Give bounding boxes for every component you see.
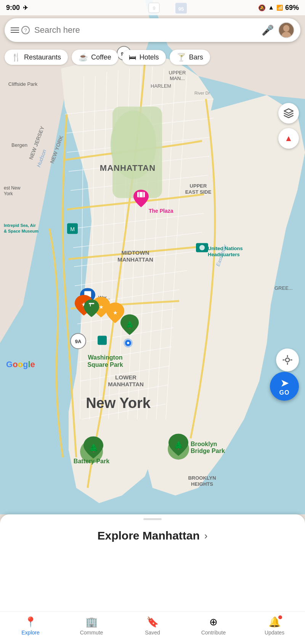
help-icon[interactable]: ? xyxy=(21,26,30,34)
nav-explore[interactable]: 📍 Explore xyxy=(0,616,61,636)
svg-text:UPPER: UPPER xyxy=(169,70,186,75)
signal-icon: 📶 xyxy=(276,5,283,11)
commute-icon: 🏢 xyxy=(85,616,98,628)
svg-text:EAST SIDE: EAST SIDE xyxy=(185,189,212,195)
bottom-sheet: Explore Manhattan › xyxy=(0,514,305,621)
svg-text:Bridge Park: Bridge Park xyxy=(191,448,225,454)
contribute-icon: ⊕ xyxy=(209,616,218,628)
map-area[interactable]: 9A 9A 95 9 Hudson East River MANHATTAN M… xyxy=(0,0,305,514)
svg-point-99 xyxy=(286,358,289,362)
restaurants-icon: 🍴 xyxy=(11,53,21,62)
svg-text:The Plaza: The Plaza xyxy=(149,208,173,214)
svg-text:MAN...: MAN... xyxy=(170,75,185,81)
svg-text:HEIGHTS: HEIGHTS xyxy=(191,481,213,487)
svg-text:est New: est New xyxy=(4,185,21,191)
compass-button[interactable]: ▲ xyxy=(278,128,299,149)
svg-rect-44 xyxy=(112,107,162,198)
pill-coffee-label: Coffee xyxy=(91,53,111,61)
svg-text:LOWER: LOWER xyxy=(115,374,136,381)
svg-rect-86 xyxy=(89,303,94,304)
status-left: 9:00 ✈ xyxy=(6,4,28,12)
nav-updates[interactable]: 🔔 Updates xyxy=(244,616,305,636)
pill-hotels-label: Hotels xyxy=(140,53,159,61)
updates-badge xyxy=(278,615,283,620)
coffee-icon: ☕ xyxy=(79,53,88,62)
explore-row[interactable]: Explore Manhattan › xyxy=(0,520,305,542)
svg-text:Brooklyn: Brooklyn xyxy=(191,441,217,447)
nav-saved-label: Saved xyxy=(145,630,160,636)
svg-text:9A: 9A xyxy=(75,339,82,344)
updates-badge-container: 🔔 xyxy=(268,616,281,628)
nav-explore-label: Explore xyxy=(21,630,39,636)
search-bar[interactable]: ? 🎤 xyxy=(5,18,300,42)
status-right: 🔕 ▲ 📶 69% xyxy=(258,4,299,12)
go-button[interactable]: ➤ GO xyxy=(270,372,299,401)
my-location-button[interactable] xyxy=(276,348,299,371)
svg-text:New York: New York xyxy=(86,395,151,411)
svg-text:Intrepid Sea, Air: Intrepid Sea, Air xyxy=(4,223,36,228)
svg-text:Bergen: Bergen xyxy=(11,142,27,148)
wifi-icon: ▲ xyxy=(268,4,274,11)
svg-text:🌲: 🌲 xyxy=(89,443,98,453)
hotels-icon: 🛏 xyxy=(129,53,136,62)
bars-icon: 🍸 xyxy=(177,53,186,62)
nav-updates-label: Updates xyxy=(265,630,284,636)
status-bar: 9:00 ✈ 🔕 ▲ 📶 69% xyxy=(0,0,305,15)
map-svg: 9A 9A 95 9 Hudson East River MANHATTAN M… xyxy=(0,0,305,514)
google-logo: Google xyxy=(6,360,35,369)
svg-text:Washington: Washington xyxy=(88,354,123,361)
svg-text:M: M xyxy=(70,226,75,232)
pill-restaurants[interactable]: 🍴 Restaurants xyxy=(5,50,68,65)
svg-text:🌲: 🌲 xyxy=(125,321,134,329)
go-label: GO xyxy=(279,389,290,396)
saved-icon: 🔖 xyxy=(146,616,159,628)
svg-text:Cliffside Park: Cliffside Park xyxy=(8,81,38,87)
svg-text:Square Park: Square Park xyxy=(87,361,123,368)
svg-text:York: York xyxy=(4,191,13,196)
pill-hotels[interactable]: 🛏 Hotels xyxy=(122,50,166,65)
svg-text:GREE...: GREE... xyxy=(274,285,293,291)
nav-contribute-label: Contribute xyxy=(201,630,226,636)
pill-bars-label: Bars xyxy=(189,53,203,61)
svg-text:Headquarters: Headquarters xyxy=(208,252,240,257)
svg-text:& Space Museum: & Space Museum xyxy=(4,229,39,233)
explore-icon: 📍 xyxy=(24,616,37,628)
svg-text:HARLEM: HARLEM xyxy=(151,83,171,89)
bottom-nav: 📍 Explore 🏢 Commute 🔖 Saved ⊕ Contribute… xyxy=(0,611,305,644)
status-time: 9:00 xyxy=(6,4,20,12)
pill-bars[interactable]: 🍸 Bars xyxy=(170,50,210,65)
hamburger-menu[interactable] xyxy=(11,27,19,33)
svg-point-105 xyxy=(283,25,289,32)
svg-text:MANHATTAN: MANHATTAN xyxy=(117,256,153,263)
pill-restaurants-label: Restaurants xyxy=(24,53,61,61)
svg-text:MIDTOWN: MIDTOWN xyxy=(121,249,149,256)
nav-commute-label: Commute xyxy=(80,630,103,636)
svg-text:United Nations: United Nations xyxy=(208,246,243,251)
pill-coffee[interactable]: ☕ Coffee xyxy=(72,50,118,65)
svg-text:★: ★ xyxy=(113,310,118,316)
svg-text:BROOKLYN: BROOKLYN xyxy=(188,475,216,481)
svg-text:Battery Park: Battery Park xyxy=(74,458,109,464)
svg-text:River Dr: River Dr xyxy=(194,91,210,95)
menu-help-group: ? xyxy=(11,26,30,34)
svg-text:UPPER: UPPER xyxy=(190,183,207,189)
svg-rect-68 xyxy=(137,192,145,198)
category-pills: 🍴 Restaurants ☕ Coffee 🛏 Hotels 🍸 Bars xyxy=(0,47,305,68)
svg-text:🌲: 🌲 xyxy=(174,441,183,450)
layers-button[interactable] xyxy=(278,103,299,124)
search-input[interactable] xyxy=(34,25,257,35)
svg-text:★: ★ xyxy=(99,304,104,310)
explore-title: Explore Manhattan xyxy=(97,529,199,542)
nav-saved[interactable]: 🔖 Saved xyxy=(122,616,183,636)
microphone-icon[interactable]: 🎤 xyxy=(262,24,274,36)
nav-contribute[interactable]: ⊕ Contribute xyxy=(183,616,244,636)
svg-rect-80 xyxy=(98,336,107,345)
user-avatar[interactable] xyxy=(278,22,294,38)
svg-point-73 xyxy=(199,245,205,251)
svg-text:MANHATTAN: MANHATTAN xyxy=(100,163,156,173)
nav-commute[interactable]: 🏢 Commute xyxy=(61,616,122,636)
svg-point-91 xyxy=(127,342,129,344)
explore-arrow-icon[interactable]: › xyxy=(204,530,208,542)
map-controls: ▲ xyxy=(278,103,299,149)
plane-mode-icon: ✈ xyxy=(23,4,28,11)
